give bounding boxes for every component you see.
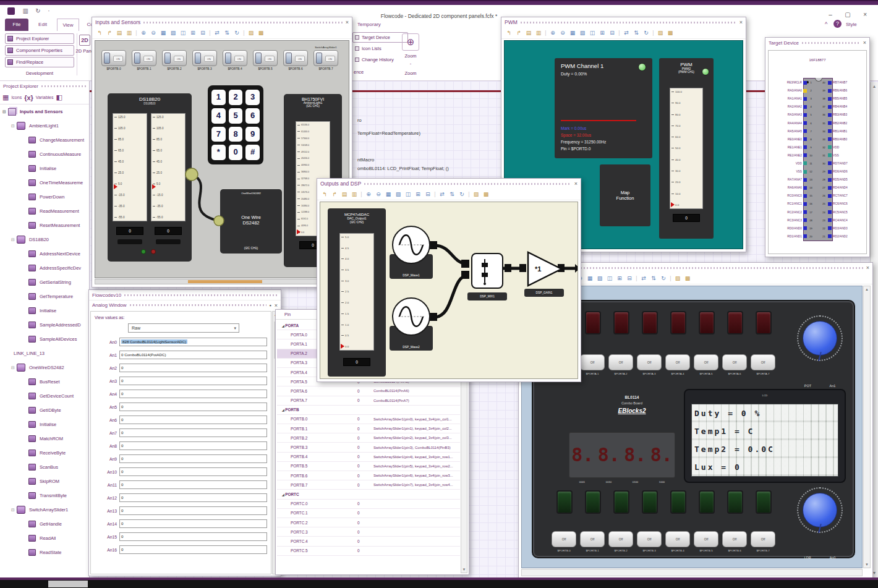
push-button[interactable]: Off xyxy=(722,354,747,370)
push-button[interactable]: Off xyxy=(694,531,718,547)
view-item-target-device[interactable]: Target Device xyxy=(355,35,390,40)
tree-item[interactable]: DS18B20 xyxy=(0,232,89,247)
analog-value-field[interactable]: 0 xyxy=(119,390,267,398)
scroll-thumb[interactable] xyxy=(188,280,262,283)
close-icon[interactable]: × xyxy=(739,19,743,25)
tree-item[interactable]: LINK_LINE_13 xyxy=(0,346,89,360)
digital-pin-row[interactable]: PORTC.4 0 xyxy=(277,537,460,546)
icons-view-label[interactable]: Icons xyxy=(11,95,22,100)
toolbar-icon[interactable]: ⇄ xyxy=(438,190,446,198)
toolbar-icon[interactable]: ⇅ xyxy=(448,190,456,198)
toolbar-icon[interactable]: ▩ xyxy=(666,28,675,37)
tree-item[interactable]: GetTemperature xyxy=(0,289,89,304)
digital-pin-row[interactable]: PORTB.6 0 SwitchArraySlider1(pin6), keyp… xyxy=(277,471,460,480)
inputs-canvas[interactable]: ON $PORTB.0 ON $PORTB.1 ON $PORTB.2 ON $… xyxy=(95,40,349,278)
scroll-up-icon[interactable]: ▲ xyxy=(871,84,878,88)
view-mode-dropdown[interactable]: Raw ▾ xyxy=(128,323,239,333)
push-button[interactable]: Off xyxy=(751,354,775,370)
digital-pin-row[interactable]: PORTC.3 0 xyxy=(277,527,460,537)
tree-item[interactable]: Initialise xyxy=(0,304,89,318)
analog-value-field[interactable]: 828 ComboBL0114(LightSensorADC) xyxy=(119,338,267,346)
analog-row[interactable]: An7 0 xyxy=(95,428,267,437)
view-item-change-history[interactable]: Change History xyxy=(355,57,394,62)
toolbar-icon[interactable]: ▨ xyxy=(247,28,255,37)
close-icon[interactable]: × xyxy=(346,19,349,25)
zoom-dropdown-dash[interactable]: - xyxy=(398,61,423,66)
toolbar-icon[interactable]: ↰ xyxy=(505,28,513,37)
analog-row[interactable]: An3 0 xyxy=(95,377,267,385)
analog-row[interactable]: An6 0 xyxy=(95,415,267,424)
digital-pin-row[interactable]: PORTA.6 0 ComboBL0114(PinA6) xyxy=(277,386,460,396)
scroll-down-icon[interactable]: ▼ xyxy=(461,568,467,571)
toolbar-icon[interactable]: ▨ xyxy=(656,28,665,37)
project-explorer-button[interactable]: Project Explorer xyxy=(5,33,74,44)
digital-pin-row[interactable]: PORTC.2 0 xyxy=(277,518,460,527)
toolbar-icon[interactable]: ⊟ xyxy=(198,28,207,37)
toolbar-icon[interactable]: | xyxy=(242,28,245,37)
tab-file[interactable]: File xyxy=(5,19,28,31)
tree-item[interactable]: ReadMeasurement xyxy=(0,204,89,218)
tree-item[interactable]: GetDeviceCount xyxy=(0,389,89,403)
analog-row[interactable]: An0 828 ComboBL0114(LightSensorADC) xyxy=(95,338,267,346)
toolbar-icon[interactable]: ◫ xyxy=(404,190,412,198)
digital-pin-row[interactable]: PORTB.7 0 SwitchArraySlider1(pin7), keyp… xyxy=(277,480,460,490)
toolbar-icon[interactable]: ▩ xyxy=(257,28,265,37)
tree-item[interactable]: GetSerialString xyxy=(0,275,89,289)
digital-pin-row[interactable]: PORTB.5 0 SwitchArraySlider1(pin5), keyp… xyxy=(277,462,460,471)
toolbar-icon[interactable]: ⊟ xyxy=(424,190,432,198)
digital-pin-row[interactable]: PORTC xyxy=(277,490,460,499)
tree-item[interactable]: OneTimeMeasureme xyxy=(0,176,89,190)
tree-item[interactable]: AddressNextDevice xyxy=(0,247,89,261)
dsp-canvas[interactable]: MCP47x6DAC DAC_Output1 (I2C CH2) 5.0 4.5… xyxy=(320,202,578,379)
dsp-wave1-component[interactable]: DSP_Wave1 xyxy=(390,226,433,279)
pin-icon[interactable]: ▪ xyxy=(270,302,271,309)
toolbar-icon[interactable]: | xyxy=(618,28,621,37)
tree-item[interactable]: GetHandle xyxy=(0,517,89,531)
toolbar-icon[interactable]: | xyxy=(635,274,638,283)
inputs-horizontal-scrollbar[interactable] xyxy=(95,279,349,284)
toolbar-icon[interactable]: ⊖ xyxy=(149,28,158,37)
digital-pin-row[interactable]: PORTA.7 0 ComboBL0114(PinA7) xyxy=(277,396,460,406)
zoom-button-caption[interactable]: Zoom xyxy=(398,53,423,59)
toolbar-icon[interactable]: ⊖ xyxy=(374,190,383,198)
board-horizontal-scrollbar[interactable] xyxy=(521,569,863,576)
analog-row[interactable]: An5 0 xyxy=(95,403,267,411)
toolbar-icon[interactable]: ⊞ xyxy=(189,28,197,37)
analog-value-field[interactable]: 0 xyxy=(119,377,267,385)
tree-item[interactable]: GetIDByte xyxy=(0,403,89,417)
icons-view-icon[interactable]: ▦ xyxy=(2,93,9,101)
toolbar-icon[interactable]: ▨ xyxy=(472,190,480,198)
analog-value-field[interactable]: 0 xyxy=(119,364,267,372)
toolbar-icon[interactable]: ▤ xyxy=(115,28,124,37)
digital-pin-row[interactable]: PORTB.4 0 SwitchArraySlider1(pin4), keyp… xyxy=(277,453,460,462)
push-button[interactable]: Off xyxy=(694,354,718,370)
toolbar-icon[interactable]: ⇅ xyxy=(632,28,641,37)
toolbar-icon[interactable]: | xyxy=(433,190,437,198)
analog-row[interactable]: An13 0 xyxy=(95,506,267,515)
tree-item[interactable]: ContinuousMeasure xyxy=(0,147,89,161)
toolbar-icon[interactable]: ↻ xyxy=(232,28,241,37)
analog-value-field[interactable]: 0 xyxy=(119,532,267,541)
toolbar-icon[interactable]: ↰ xyxy=(320,190,329,198)
analog-row[interactable]: An1 0 ComboBL0114(PotADC) xyxy=(95,351,267,359)
toolbar-icon[interactable]: | xyxy=(135,28,138,37)
analog-value-field[interactable]: 0 xyxy=(119,506,267,515)
push-button[interactable]: Off xyxy=(608,354,633,370)
analog-value-field[interactable]: 0 xyxy=(119,441,267,450)
variables-label[interactable]: Variables xyxy=(36,95,54,100)
toolbar-icon[interactable]: ⊖ xyxy=(558,28,567,37)
toolbar-icon[interactable]: ↱ xyxy=(330,190,339,198)
tree-item[interactable]: BusReset xyxy=(0,375,89,389)
pot-knob[interactable]: POT An1 xyxy=(795,307,845,388)
toolbar-icon[interactable]: ▥ xyxy=(125,28,134,37)
analog-value-field[interactable]: 0 ComboBL0114(PotADC) xyxy=(119,351,267,359)
map-function-block[interactable]: Map Function xyxy=(600,164,650,226)
toolbar-icon[interactable]: ↻ xyxy=(458,190,466,198)
tree-item[interactable]: Initialise xyxy=(0,161,89,176)
analog-value-field[interactable]: 0 xyxy=(119,467,267,476)
zoom-icon[interactable]: ⊕ xyxy=(402,33,419,51)
2d-panel-icon[interactable]: 2D xyxy=(79,35,90,46)
dsp-mixer-component[interactable] xyxy=(471,253,503,289)
toolbar-icon[interactable]: ⇄ xyxy=(622,28,631,37)
variables-icon[interactable]: {x} xyxy=(24,94,33,101)
